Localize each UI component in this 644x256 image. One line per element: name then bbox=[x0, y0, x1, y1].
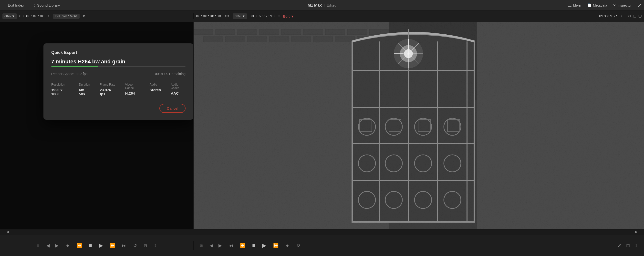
sound-library-item[interactable]: ♫ Sound Library bbox=[31, 3, 62, 7]
dialog-project-name: 7 minutes H264 bw and grain bbox=[51, 58, 186, 65]
go-start-button[interactable]: ⏮ bbox=[64, 242, 71, 249]
go-end-right-button[interactable]: ⏭ bbox=[284, 242, 291, 249]
svg-rect-59 bbox=[194, 22, 644, 229]
dots-menu-button[interactable]: ••• bbox=[224, 14, 230, 19]
right-scrubber[interactable] bbox=[201, 230, 637, 235]
duration-dot: • bbox=[278, 14, 280, 19]
progress-bar-container bbox=[51, 66, 186, 67]
transport-right: ⊞ ◀ ▶ ⏮ ⏪ ■ ▶ ⏩ ⏭ ↺ ⤢ ⊡ ⇕ bbox=[194, 241, 644, 250]
metadata-icon: 📄 bbox=[587, 3, 592, 7]
prev-right-button[interactable]: ⏪ bbox=[238, 242, 247, 249]
spec-duration: Duration 6m 58s bbox=[79, 83, 90, 96]
zoom-right-value: 68% bbox=[234, 14, 241, 18]
spec-video-codec: Video Codec H.264 bbox=[125, 83, 140, 96]
zoom-right-chevron: ▼ bbox=[242, 14, 245, 18]
window-controls[interactable]: ⤢ bbox=[638, 2, 642, 8]
audio-label: Audio bbox=[150, 83, 161, 86]
render-speed-label: Render Speed: 117 fps bbox=[51, 72, 88, 76]
clip-icon-button[interactable]: ⊡ bbox=[142, 242, 148, 249]
top-bar-right: ☰ Mixer 📄 Metadata ✕ Inspector ⤢ bbox=[524, 2, 642, 8]
dialog-footer: Cancel bbox=[51, 104, 186, 113]
sound-library-label: Sound Library bbox=[37, 3, 60, 7]
edit-mode-button[interactable]: Edit ▼ bbox=[283, 14, 294, 18]
spec-audio: Audio Stereo bbox=[150, 83, 161, 96]
transport-right-arrows: ◀ ▶ bbox=[208, 242, 223, 249]
fullscreen-icon[interactable]: □ bbox=[634, 14, 636, 18]
bottom-area: ⊞ ◀ ▶ ⏮ ⏪ ■ ▶ ⏩ ⏭ ↺ ⊡ ⇕ ⊞ ◀ ▶ ⏮ ⏪ ■ ▶ bbox=[0, 229, 644, 256]
zoom-left-value: 68% bbox=[4, 14, 11, 18]
mixer-item[interactable]: ☰ Mixer bbox=[568, 3, 582, 8]
audio-codec-value: AAC bbox=[171, 91, 186, 95]
expand-viewer-icon[interactable]: ✠ bbox=[638, 14, 642, 18]
loop-right-button[interactable]: ↺ bbox=[295, 242, 302, 249]
main-area: Quick Export 7 minutes H264 bw and grain… bbox=[0, 22, 644, 229]
left-scrubber-dot[interactable] bbox=[7, 231, 9, 233]
viewer-right-icons: ↻ □ ✠ bbox=[628, 14, 642, 18]
prev-frame-button[interactable]: ◀ bbox=[45, 242, 51, 249]
metadata-label: Metadata bbox=[593, 3, 607, 7]
remaining-time: 00:01:09 Remaining bbox=[155, 72, 186, 76]
audio-value: Stereo bbox=[150, 88, 161, 92]
resolution-value: 1920 x 1080 bbox=[51, 88, 69, 96]
refresh-icon[interactable]: ↻ bbox=[628, 14, 631, 18]
quick-export-dialog: Quick Export 7 minutes H264 bw and grain… bbox=[44, 43, 193, 120]
resolution-label: Resolution bbox=[51, 83, 69, 86]
inspector-icon: ✕ bbox=[613, 3, 616, 7]
next-frame-button[interactable]: ▶ bbox=[54, 242, 60, 249]
stop-right-button[interactable]: ■ bbox=[251, 241, 257, 250]
right-viewer bbox=[194, 22, 644, 229]
specs-row: Resolution 1920 x 1080 Duration 6m 58s F… bbox=[51, 83, 186, 96]
metadata-item[interactable]: 📄 Metadata bbox=[587, 3, 607, 7]
dialog-overlay: Quick Export 7 minutes H264 bw and grain… bbox=[0, 22, 193, 229]
video-codec-label: Video Codec bbox=[125, 83, 140, 90]
next-right-button[interactable]: ⏩ bbox=[272, 242, 280, 249]
scene-graphic bbox=[194, 22, 644, 229]
top-bar-center: M1 Max | Edited bbox=[120, 3, 524, 7]
right-scrubber-dot[interactable] bbox=[635, 231, 637, 233]
expand-right-button[interactable]: ⤢ bbox=[616, 242, 623, 249]
app-status: Edited bbox=[327, 3, 336, 7]
framerate-value: 23.976 fps bbox=[100, 88, 116, 96]
next-button[interactable]: ⏩ bbox=[108, 242, 117, 249]
spec-audio-codec: Audio Codec AAC bbox=[171, 83, 186, 96]
loop-button[interactable]: ↺ bbox=[132, 242, 138, 249]
settings-left-button[interactable]: ⇕ bbox=[152, 243, 158, 249]
zoom-right-button[interactable]: 68% ▼ bbox=[233, 13, 247, 19]
filename-chevron: ▼ bbox=[82, 14, 86, 18]
dot-separator: • bbox=[48, 14, 49, 19]
stop-button[interactable]: ■ bbox=[88, 241, 94, 250]
fullscreen-right-button[interactable]: ⊡ bbox=[625, 242, 631, 249]
remaining-time-value: 00:01:09 Remaining bbox=[155, 72, 186, 76]
dialog-title: Quick Export bbox=[51, 50, 186, 55]
scrubber-bar[interactable] bbox=[0, 230, 644, 235]
spec-framerate: Frame Rate 23.976 fps bbox=[100, 83, 116, 96]
edit-index-label: Edit Index bbox=[8, 3, 24, 7]
edit-index-item[interactable]: ⎯ Edit Index bbox=[2, 3, 26, 7]
overlay-button[interactable]: ⊞ bbox=[35, 243, 41, 249]
prev-button[interactable]: ⏪ bbox=[75, 242, 84, 249]
left-scrubber-line[interactable] bbox=[7, 232, 198, 232]
inspector-label: Inspector bbox=[618, 3, 632, 7]
settings-right-button[interactable]: ⇕ bbox=[633, 243, 639, 249]
next-frame-right-button[interactable]: ▶ bbox=[217, 242, 223, 249]
left-scrubber[interactable] bbox=[7, 230, 201, 235]
viewer-bar: 68% ▼ 00:00:00:00 • DJI_0287.MOV ▼ 00:00… bbox=[0, 11, 644, 22]
play-right-button[interactable]: ▶ bbox=[261, 241, 268, 250]
filename-label[interactable]: DJI_0287.MOV bbox=[53, 14, 80, 19]
cancel-button[interactable]: Cancel bbox=[160, 104, 186, 113]
progress-bar-fill bbox=[51, 66, 98, 67]
top-bar-left: ⎯ Edit Index ♫ Sound Library bbox=[2, 3, 120, 7]
zoom-left-button[interactable]: 68% ▼ bbox=[2, 13, 17, 19]
duration-label: Duration bbox=[79, 83, 90, 86]
inspector-item[interactable]: ✕ Inspector bbox=[613, 3, 632, 7]
mixer-label: Mixer bbox=[573, 3, 582, 7]
go-end-button[interactable]: ⏭ bbox=[120, 242, 128, 249]
prev-frame-right-button[interactable]: ◀ bbox=[208, 242, 214, 249]
right-transport-edge: ⤢ ⊡ ⇕ bbox=[616, 242, 639, 249]
overlay-right-button[interactable]: ⊞ bbox=[198, 243, 204, 249]
play-button[interactable]: ▶ bbox=[98, 241, 104, 250]
expand-icon: ⤢ bbox=[638, 2, 642, 8]
right-scrubber-line[interactable] bbox=[203, 232, 637, 232]
go-start-right-button[interactable]: ⏮ bbox=[227, 242, 234, 249]
transport-bar: ⊞ ◀ ▶ ⏮ ⏪ ■ ▶ ⏩ ⏭ ↺ ⊡ ⇕ ⊞ ◀ ▶ ⏮ ⏪ ■ ▶ bbox=[0, 235, 644, 256]
